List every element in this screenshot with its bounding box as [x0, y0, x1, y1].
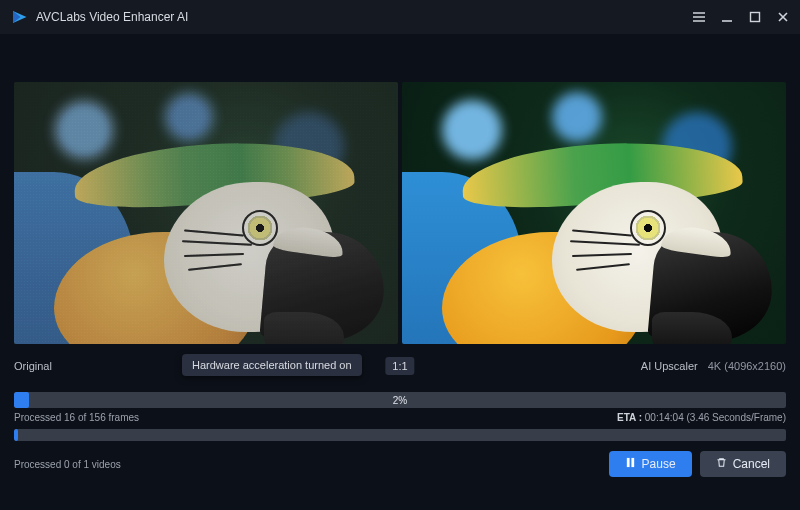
videos-status: Processed 0 of 1 videos	[14, 459, 121, 470]
app-title: AVCLabs Video Enhancer AI	[36, 10, 188, 24]
svg-rect-4	[631, 458, 634, 467]
frame-progress-block: 2% Processed 16 of 156 frames ETA : 00:1…	[14, 392, 786, 423]
titlebar-left: AVCLabs Video Enhancer AI	[10, 8, 188, 26]
close-icon[interactable]	[776, 10, 790, 24]
frame-progress-bar: 2%	[14, 392, 786, 408]
maximize-icon[interactable]	[748, 10, 762, 24]
content-area: Original Hardware acceleration turned on…	[0, 34, 800, 477]
resolution-label: 4K (4096x2160)	[708, 360, 786, 372]
eta-prefix: ETA :	[617, 412, 642, 423]
upscaler-label: AI Upscaler	[641, 360, 698, 372]
menu-icon[interactable]	[692, 10, 706, 24]
preview-compare-row	[14, 82, 786, 344]
enhanced-label-group: AI Upscaler 4K (4096x2160)	[641, 360, 786, 372]
frame-progress-percent: 2%	[393, 395, 407, 406]
window-controls	[692, 10, 790, 24]
footer-buttons: Pause Cancel	[609, 451, 786, 477]
pause-label: Pause	[642, 457, 676, 471]
video-progress-bar	[14, 429, 786, 441]
cancel-label: Cancel	[733, 457, 770, 471]
pause-icon	[625, 457, 636, 471]
frames-status: Processed 16 of 156 frames	[14, 412, 139, 423]
titlebar: AVCLabs Video Enhancer AI	[0, 0, 800, 34]
preview-original-pane	[14, 82, 398, 344]
cancel-button[interactable]: Cancel	[700, 451, 786, 477]
preview-labels-row: Original Hardware acceleration turned on…	[14, 352, 786, 380]
footer-row: Processed 0 of 1 videos Pause Cancel	[14, 451, 786, 477]
video-progress-fill	[14, 429, 18, 441]
trash-icon	[716, 457, 727, 471]
original-label: Original	[14, 360, 52, 372]
video-progress-block	[14, 429, 786, 441]
eta-label: ETA : 00:14:04 (3.46 Seconds/Frame)	[617, 412, 786, 423]
svg-rect-3	[626, 458, 629, 467]
svg-rect-2	[751, 13, 760, 22]
hw-accel-tooltip: Hardware acceleration turned on	[182, 354, 362, 376]
zoom-ratio-badge[interactable]: 1:1	[385, 357, 414, 375]
minimize-icon[interactable]	[720, 10, 734, 24]
pause-button[interactable]: Pause	[609, 451, 692, 477]
eta-value: 00:14:04 (3.46 Seconds/Frame)	[645, 412, 786, 423]
app-logo-icon	[10, 8, 28, 26]
frame-progress-fill	[14, 392, 29, 408]
preview-enhanced-pane	[402, 82, 786, 344]
frame-progress-meta: Processed 16 of 156 frames ETA : 00:14:0…	[14, 412, 786, 423]
